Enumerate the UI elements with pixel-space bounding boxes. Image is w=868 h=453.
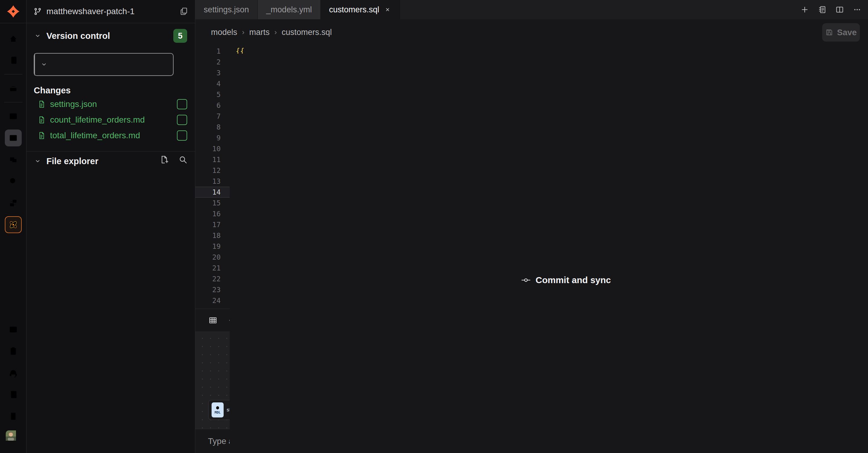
line-number: 12: [195, 165, 225, 176]
rail-book-icon[interactable]: [5, 386, 22, 403]
rail-avatar[interactable]: [5, 429, 22, 446]
rail-terminal-icon[interactable]: [5, 321, 22, 338]
line-number: 8: [195, 122, 225, 132]
changed-file-row[interactable]: settings.json: [27, 96, 195, 112]
line-number: 13: [195, 176, 225, 187]
line-number: 3: [195, 67, 225, 78]
breadcrumb-marts[interactable]: marts: [249, 28, 270, 37]
line-number: 1: [195, 46, 225, 57]
search-icon[interactable]: [178, 154, 188, 165]
rail-home-icon[interactable]: [5, 30, 22, 47]
notebook-icon[interactable]: [816, 4, 828, 16]
breadcrumb-separator: ›: [242, 28, 244, 36]
tree-item-models[interactable]: [27, 331, 195, 348]
tree-item-settings.json[interactable]: [27, 228, 195, 245]
rail-divider: [4, 102, 22, 102]
line-number: 16: [195, 208, 225, 219]
chevron-down-icon: [34, 32, 41, 40]
line-number: 9: [195, 132, 225, 143]
rail-windows-icon[interactable]: [5, 195, 22, 212]
rail-ledger-icon[interactable]: [5, 52, 22, 69]
rail-codewin-icon[interactable]: [5, 130, 22, 147]
tree-item-.github[interactable]: [27, 193, 195, 211]
tree-item-locations.yml[interactable]: [27, 434, 195, 451]
stage-add-icon[interactable]: [177, 130, 187, 141]
tab-settings.json[interactable]: settings.json: [195, 0, 258, 19]
editor-header: models › marts › customers.sql Save: [195, 19, 868, 45]
tab-customers.sql[interactable]: customers.sql: [321, 0, 400, 19]
tableg-icon: [207, 314, 219, 326]
changed-file-row[interactable]: total_lifetime_orders.md: [27, 128, 195, 143]
dbt-cloud-ide: matthewshaver-patch-1 Version control 5 …: [0, 0, 868, 453]
split-editor-icon[interactable]: [834, 4, 846, 16]
changed-file-name: count_lifetime_orders.md: [50, 115, 145, 125]
tool-tableg-button[interactable]: [207, 314, 219, 326]
more-options-icon[interactable]: [851, 4, 863, 16]
dbt-logo-icon[interactable]: [0, 0, 27, 23]
close-tab-icon[interactable]: [384, 6, 391, 13]
rail-headset-icon[interactable]: [5, 364, 22, 381]
copy-icon[interactable]: [179, 7, 188, 16]
tree-item-docs[interactable]: [27, 296, 195, 314]
file-explorer-title: File explorer: [46, 156, 98, 166]
stage-add-icon[interactable]: [177, 115, 187, 125]
line-number: 5: [195, 89, 225, 100]
line-number: 19: [195, 241, 225, 252]
commit-and-sync-button[interactable]: Commit and sync: [34, 53, 174, 76]
line-number: 11: [195, 154, 225, 165]
tree-item-customers.sql[interactable]: [27, 382, 195, 399]
editor-tabstrip: settings.json_models.ymlcustomers.sql: [195, 0, 868, 19]
rail-atom-icon[interactable]: [5, 216, 22, 233]
line-number: 7: [195, 111, 225, 122]
branch-name: matthewshaver-patch-1: [46, 7, 175, 16]
tab-_models.yml[interactable]: _models.yml: [258, 0, 321, 19]
line-number: 4: [195, 78, 225, 89]
rail-building-icon[interactable]: [5, 408, 22, 425]
tree-item-analyses[interactable]: [27, 245, 195, 262]
line-number: 23: [195, 284, 225, 295]
tree-item-_models.yml[interactable]: [27, 365, 195, 382]
file-icon: [37, 116, 46, 124]
file-icon: [37, 131, 46, 140]
line-number: 2: [195, 57, 225, 67]
changes-count-badge: 5: [173, 29, 187, 43]
rail-spyglass-icon[interactable]: [5, 173, 22, 190]
version-control-header[interactable]: Version control: [27, 29, 195, 43]
tree-item-data-tests[interactable]: [27, 262, 195, 279]
tree-item-.vscode[interactable]: [27, 211, 195, 228]
sidebar: matthewshaver-patch-1 Version control 5 …: [27, 0, 195, 453]
save-button[interactable]: Save: [822, 23, 860, 41]
tree-item-marts[interactable]: [27, 348, 195, 365]
tree-item-docs-cloud[interactable]: [27, 176, 195, 193]
breadcrumb-file[interactable]: customers.sql: [282, 28, 332, 37]
line-number: 21: [195, 263, 225, 273]
changes-label: Changes: [34, 86, 70, 95]
line-number: 20: [195, 252, 225, 263]
new-tab-icon[interactable]: [799, 4, 811, 16]
tab-label: _models.yml: [266, 5, 312, 14]
commit-icon: [521, 275, 531, 285]
line-number: 6: [195, 100, 225, 111]
rail-divider: [4, 74, 22, 74]
version-control-title: Version control: [46, 31, 110, 41]
mdl-badge: MDL: [212, 402, 224, 417]
commit-options-dropdown[interactable]: [34, 54, 53, 75]
changed-file-row[interactable]: count_lifetime_orders.md: [27, 112, 195, 128]
rail-frame-icon[interactable]: [5, 151, 22, 168]
tab-label: settings.json: [204, 5, 249, 14]
line-number: 17: [195, 219, 225, 230]
breadcrumb-models[interactable]: models: [211, 28, 237, 37]
stage-add-icon[interactable]: [177, 99, 187, 109]
tree-item-macros[interactable]: [27, 314, 195, 331]
chevron-down-icon: [34, 157, 41, 165]
rail-clipboard-icon[interactable]: [5, 343, 22, 360]
tree-item-locations.sql[interactable]: [27, 417, 195, 434]
commit-button-label: Commit and sync: [535, 275, 611, 285]
new-file-icon[interactable]: [159, 154, 170, 165]
rail-archive-icon[interactable]: [5, 80, 22, 97]
line-number: 14: [195, 187, 225, 198]
tree-item-customers.yml[interactable]: [27, 399, 195, 417]
tree-item-dbt_packages[interactable]: [27, 279, 195, 296]
rail-grid-icon[interactable]: [5, 108, 22, 125]
changed-file-name: total_lifetime_orders.md: [50, 131, 140, 140]
